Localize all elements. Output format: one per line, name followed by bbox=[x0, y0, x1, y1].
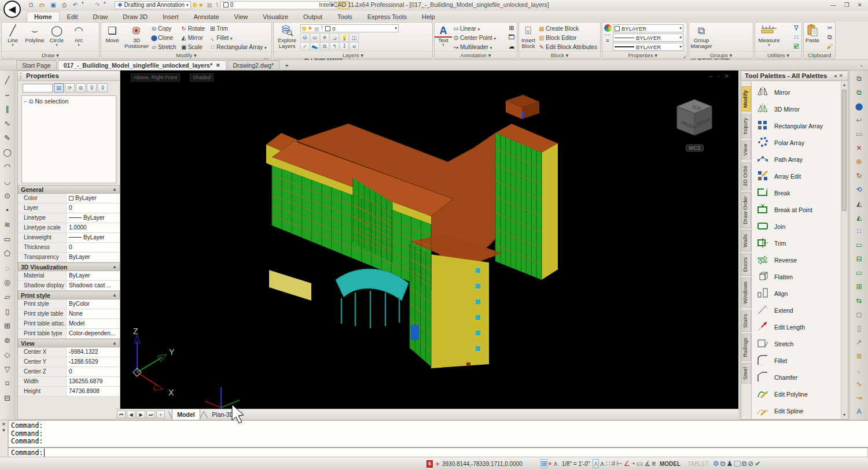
circle-icon[interactable]: ◯ bbox=[0, 145, 14, 160]
fillet-icon[interactable]: ◟ bbox=[850, 363, 868, 377]
command-expand-icon[interactable]: ▾ bbox=[0, 427, 8, 433]
text-button[interactable]: AText▾ bbox=[435, 23, 452, 51]
palette-tab-3d-orbit[interactable]: 3D Orbit bbox=[741, 162, 751, 190]
section-header-print-style[interactable]: Print style▲ bbox=[18, 291, 120, 299]
view-orientation-label[interactable]: Above, Right Front bbox=[131, 73, 180, 82]
model-space-toggle[interactable]: MODEL bbox=[656, 461, 684, 467]
palette-item-reverse[interactable]: Reverse bbox=[756, 251, 841, 268]
layer-walk-icon[interactable]: 👟 bbox=[310, 42, 319, 50]
gradient-icon[interactable]: ⊚ bbox=[0, 333, 14, 347]
angle-icon[interactable]: ∡ bbox=[643, 459, 651, 468]
ribbon-minimize-icon[interactable]: ⌃ bbox=[859, 65, 868, 70]
utilities-panel-label[interactable]: Utilities ▾ bbox=[755, 51, 801, 58]
helix-icon[interactable]: ≋ bbox=[0, 217, 14, 232]
prop-filter1-icon[interactable]: ⊽ bbox=[87, 83, 97, 92]
menu-tab-express-tools[interactable]: Express Tools bbox=[360, 12, 414, 21]
annotation-scale[interactable]: 1/8" = 1'-0" bbox=[559, 461, 593, 467]
break-icon[interactable]: ▭ bbox=[850, 238, 868, 252]
layer-bulb-icon[interactable]: 💡 bbox=[340, 34, 349, 42]
match-props-icon[interactable]: 🖌 bbox=[825, 43, 835, 52]
property-value[interactable]: 136255.6879 bbox=[67, 377, 120, 386]
collapse-icon[interactable]: ▲ bbox=[112, 291, 117, 299]
property-value[interactable]: ByLayer bbox=[67, 253, 120, 262]
palette-tab-modify[interactable]: Modify bbox=[741, 86, 751, 112]
move-dots-icon[interactable]: ⬤ bbox=[850, 99, 868, 113]
minimize-button[interactable]: — bbox=[830, 2, 836, 8]
line-icon[interactable]: ╱ bbox=[0, 73, 14, 87]
measure-button[interactable]: Measure▾ bbox=[755, 23, 783, 51]
menu-tab-output[interactable]: Output bbox=[296, 12, 330, 21]
rect-icon[interactable]: ▭ bbox=[850, 127, 868, 141]
layer-lock2-icon[interactable]: 🔾 bbox=[330, 34, 339, 42]
palette-item-trim[interactable]: Trim bbox=[756, 235, 841, 251]
block-editor-button[interactable]: ▧Block Editor bbox=[538, 34, 597, 43]
settings-gear-icon[interactable]: ⚙ bbox=[712, 459, 720, 468]
close-button[interactable]: ✕ bbox=[858, 2, 862, 8]
scroll-up-icon[interactable]: ▲ bbox=[841, 82, 847, 88]
palette-tab-view[interactable]: View bbox=[741, 140, 751, 160]
scroll-thumb[interactable] bbox=[842, 90, 847, 211]
viewport-layout-icon[interactable]: ⊞ bbox=[540, 459, 547, 468]
rotate3d-icon[interactable]: ⟲ bbox=[850, 183, 868, 197]
layer-iso-icon[interactable]: ⛁ bbox=[300, 34, 310, 42]
menu-tab-home[interactable]: Home bbox=[27, 12, 60, 21]
section-header-view[interactable]: View▲ bbox=[18, 339, 120, 347]
property-value[interactable]: -9984.1322 bbox=[67, 347, 120, 357]
properties-filter-input[interactable] bbox=[23, 84, 53, 92]
view-cube[interactable]: TOP FRONT RIGHT bbox=[677, 99, 712, 135]
paste-button[interactable]: Paste bbox=[804, 23, 821, 51]
edit-attributes-button[interactable]: ✎Edit Block Attributes bbox=[538, 43, 597, 52]
property-value[interactable]: ByLayer bbox=[67, 213, 120, 223]
polygon-icon[interactable]: ⬠ bbox=[0, 246, 14, 261]
property-value[interactable]: -1288.5529 bbox=[67, 357, 120, 367]
donut-icon[interactable]: ◎ bbox=[0, 275, 14, 290]
polar-snap-icon[interactable]: ⋏ bbox=[599, 459, 605, 468]
property-value[interactable]: 0 bbox=[67, 367, 120, 376]
wedge-icon[interactable]: ▽ bbox=[0, 362, 14, 376]
palette-item-arrayedit[interactable]: Array Edit bbox=[756, 168, 841, 184]
layer-check-icon[interactable]: ✓ bbox=[300, 42, 310, 50]
align-icon[interactable]: ▯ bbox=[850, 321, 868, 335]
create-block-button[interactable]: ▦Create Block bbox=[538, 24, 597, 34]
palette-scrollbar[interactable]: ▲ ▼ bbox=[841, 82, 847, 419]
trim-button[interactable]: ⊞Trim bbox=[208, 24, 266, 34]
rectangle-icon[interactable]: ▭ bbox=[0, 232, 14, 246]
text-edit-icon[interactable]: A bbox=[850, 405, 868, 419]
layer-freeze-icon[interactable]: ❄ bbox=[320, 34, 329, 42]
lineweight-icon[interactable]: ≡ bbox=[602, 38, 613, 43]
copy-button[interactable]: ⧉Copy bbox=[150, 24, 176, 34]
palette-tab-inquiry[interactable]: Inquiry bbox=[741, 114, 751, 139]
command-close-icon[interactable]: ✕ bbox=[0, 421, 8, 427]
layer-dropdown[interactable]: ✸ ▦ ⸮ 0 ▾ bbox=[300, 24, 399, 32]
menu-tab-annotate[interactable]: Annotate bbox=[186, 12, 227, 21]
property-value[interactable]: None bbox=[67, 309, 120, 319]
annotation-panel-label[interactable]: Annotation ▾ bbox=[435, 51, 517, 58]
esnap-on-icon[interactable]: ⋏ bbox=[593, 459, 599, 468]
quick-input-icon[interactable]: ◔ bbox=[631, 459, 636, 468]
doc-tab[interactable]: Start Page bbox=[16, 60, 57, 70]
rotate-icon[interactable]: ↻ bbox=[850, 169, 868, 183]
mirror3d-icon[interactable]: ◭ bbox=[850, 210, 868, 224]
leader-icon[interactable]: ↝ bbox=[850, 391, 868, 405]
prop-select-icon[interactable]: ⧉ bbox=[76, 83, 86, 92]
mirror-button[interactable]: ◭Mirror bbox=[180, 34, 205, 43]
cut-icon[interactable]: ✂ bbox=[825, 24, 835, 34]
copy-clip-icon[interactable]: ⧉ bbox=[825, 34, 835, 43]
palette-item-editpoly[interactable]: Edit Polyline bbox=[756, 386, 841, 402]
menu-tab-insert[interactable]: Insert bbox=[155, 12, 186, 21]
layer-merge-icon[interactable]: ⊌ bbox=[350, 42, 359, 50]
palette-item-fillet[interactable]: Fillet bbox=[756, 352, 841, 369]
trim-icon[interactable]: ⊞ bbox=[850, 280, 868, 294]
command-history[interactable]: Command:Command:Command: bbox=[8, 420, 868, 447]
prop-filter2-icon[interactable]: ⊽ bbox=[98, 83, 108, 92]
arc-button[interactable]: ◠Arc▾ bbox=[68, 23, 90, 51]
property-value[interactable]: ByColor bbox=[67, 299, 120, 309]
center-point-button[interactable]: ⊙Center Point ▾ bbox=[452, 34, 496, 43]
property-value[interactable]: ByLayer bbox=[67, 194, 120, 203]
snap-target-icon[interactable]: ⌖ bbox=[547, 459, 553, 468]
clone-button[interactable]: ⬤Clone bbox=[150, 34, 176, 43]
multileader-button[interactable]: ↝Multileader ▾ bbox=[452, 43, 496, 52]
user-icon[interactable]: ♟ bbox=[726, 459, 733, 468]
arc2-icon[interactable]: ◡ bbox=[0, 174, 14, 188]
mirror-icon[interactable]: ◭ bbox=[850, 197, 868, 210]
